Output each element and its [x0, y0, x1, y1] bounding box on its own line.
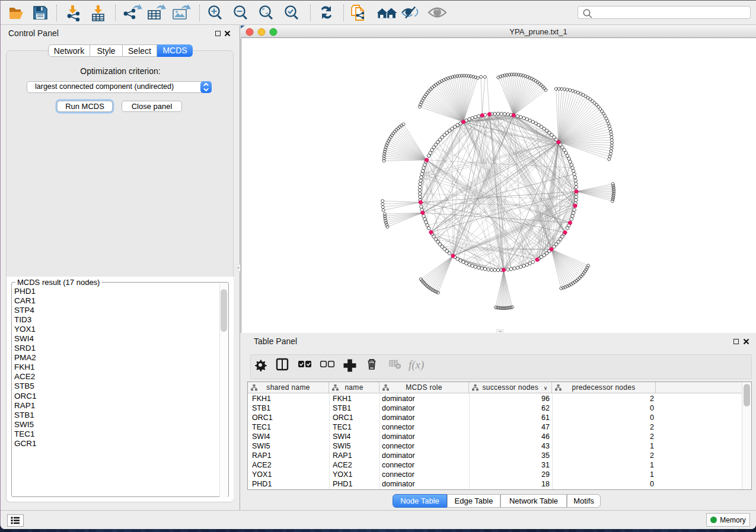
svg-text:f(x): f(x) — [409, 358, 424, 371]
